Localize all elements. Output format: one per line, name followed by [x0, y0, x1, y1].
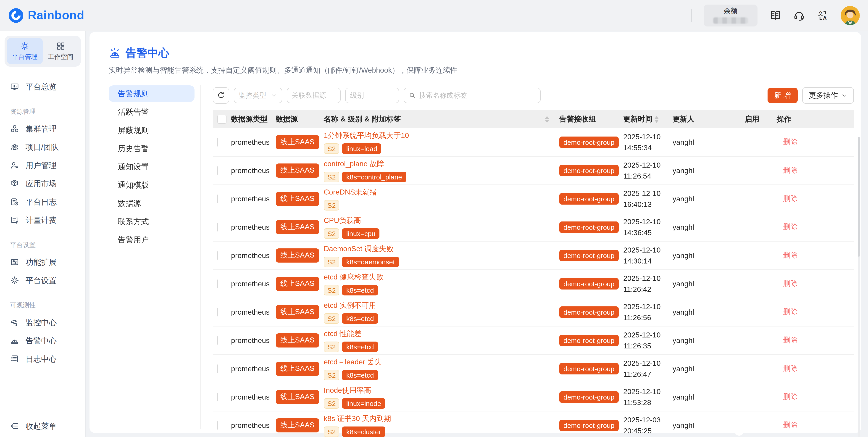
refresh-button[interactable] — [213, 87, 229, 104]
col-source: 数据源 — [272, 114, 320, 124]
extension-icon — [10, 257, 19, 267]
sort-icon[interactable] — [545, 116, 549, 123]
rule-name-link[interactable]: 1分钟系统平均负载大于10 — [324, 131, 409, 141]
sidebar-item-alarm[interactable]: 告警中心 — [0, 332, 85, 350]
alert-nav-item-2[interactable]: 屏蔽规则 — [109, 122, 194, 138]
sidebar-item-gear[interactable]: 平台设置 — [0, 271, 85, 289]
level-input[interactable]: 级别 — [345, 88, 399, 103]
updated-time: 2025-12-10 11:26:56 — [620, 301, 669, 323]
add-button[interactable]: 新 增 — [767, 88, 798, 103]
datasource-input[interactable]: 关联数据源 — [287, 88, 341, 103]
row-checkbox[interactable] — [217, 279, 218, 288]
datasource-type: prometheus — [227, 421, 272, 430]
sort-icon[interactable] — [654, 116, 659, 123]
sidebar-item-log[interactable]: 平台日志 — [0, 193, 85, 211]
delete-link[interactable]: 删除 — [777, 194, 798, 202]
gear-icon — [10, 276, 19, 285]
sidebar-tab-grid[interactable]: 工作空间 — [43, 38, 79, 64]
datasource-badge: 线上SAAS — [276, 333, 319, 347]
updater: yanghl — [669, 223, 741, 231]
receiver-group-badge: demo-root-group — [559, 335, 618, 346]
alarm-icon — [10, 336, 19, 345]
alert-center-card: 告警中心 实时异常检测与智能告警系统，支持自定义阈值规则、多通道通知（邮件/钉钉… — [90, 32, 861, 433]
sidebar-group-title: 可观测性 — [0, 301, 85, 310]
delete-link[interactable]: 删除 — [777, 279, 798, 287]
sidebar-item-extension[interactable]: 功能扩展 — [0, 253, 85, 271]
severity-chip: S2 — [324, 143, 339, 154]
row-checkbox[interactable] — [217, 308, 218, 316]
refresh-icon — [217, 91, 225, 99]
row-checkbox[interactable] — [217, 166, 218, 175]
row-checkbox[interactable] — [217, 364, 218, 373]
alert-nav-item-3[interactable]: 历史告警 — [109, 140, 194, 157]
alert-nav-item-8[interactable]: 告警用户 — [109, 231, 194, 248]
row-checkbox[interactable] — [217, 421, 218, 430]
delete-link[interactable]: 删除 — [777, 166, 798, 174]
sidebar-item-logcenter[interactable]: 日志中心 — [0, 350, 85, 368]
row-checkbox[interactable] — [217, 336, 218, 345]
rule-name-link[interactable]: k8s 证书30 天内到期 — [324, 414, 391, 424]
rule-name-link[interactable]: DaemonSet 调度失败 — [324, 244, 394, 254]
alert-nav-item-7[interactable]: 联系方式 — [109, 213, 194, 230]
sidebar-item-camera[interactable]: 监控中心 — [0, 313, 85, 332]
row-checkbox[interactable] — [217, 138, 218, 146]
delete-link[interactable]: 删除 — [777, 365, 798, 372]
delete-link[interactable]: 删除 — [777, 393, 798, 401]
rule-name-link[interactable]: etcd－leader 丢失 — [324, 357, 382, 367]
page-title: 告警中心 — [126, 46, 169, 60]
rule-name-link[interactable]: etcd 性能差 — [324, 329, 362, 339]
delete-link[interactable]: 删除 — [777, 138, 798, 146]
scrollbar[interactable] — [858, 137, 860, 437]
alert-nav-item-5[interactable]: 通知模版 — [109, 177, 194, 193]
row-checkbox[interactable] — [217, 223, 218, 231]
row-checkbox[interactable] — [217, 194, 218, 203]
rainbond-logo[interactable]: Rainbond — [8, 7, 85, 23]
more-actions-button[interactable]: 更多操作 — [802, 87, 854, 104]
alert-nav-item-4[interactable]: 通知设置 — [109, 158, 194, 175]
alert-nav-item-0[interactable]: 告警规则 — [109, 85, 194, 102]
sidebar-tab-gear[interactable]: 平台管理 — [7, 38, 43, 64]
alert-nav-item-1[interactable]: 活跃告警 — [109, 104, 194, 120]
datasource-type: prometheus — [227, 393, 272, 401]
user-avatar[interactable] — [841, 6, 860, 25]
support-icon[interactable] — [793, 9, 805, 21]
col-group: 告警接收组 — [556, 114, 620, 124]
docs-icon[interactable] — [769, 9, 781, 21]
table-row: prometheus 线上SAAS etcd 实例不可用 S2 k8s=etcd… — [213, 298, 854, 326]
updated-time: 2025-12-10 11:26:35 — [620, 330, 669, 351]
cluster-icon — [10, 124, 19, 133]
sidebar-item-billing[interactable]: 计量计费 — [0, 211, 85, 229]
rule-name-link[interactable]: control_plane 故障 — [324, 159, 384, 169]
sidebar-item-cluster[interactable]: 集群管理 — [0, 120, 85, 138]
alert-nav-item-6[interactable]: 数据源 — [109, 195, 194, 211]
sidebar-item-team[interactable]: 项目/团队 — [0, 138, 85, 156]
search-input[interactable]: 搜索名称或标签 — [404, 88, 540, 103]
table-body: prometheus 线上SAAS 1分钟系统平均负载大于10 S2 linux… — [213, 128, 854, 437]
receiver-group-badge: demo-root-group — [559, 278, 618, 289]
delete-link[interactable]: 删除 — [777, 336, 798, 344]
delete-link[interactable]: 删除 — [777, 223, 798, 230]
delete-link[interactable]: 删除 — [777, 251, 798, 259]
rule-name-link[interactable]: CoreDNS未就绪 — [324, 187, 377, 197]
delete-link[interactable]: 删除 — [777, 308, 798, 315]
datasource-type: prometheus — [227, 251, 272, 259]
updated-time: 2025-12-10 16:40:13 — [620, 188, 669, 210]
severity-chip: S2 — [324, 200, 339, 210]
sidebar-item-monitor[interactable]: 平台总览 — [0, 77, 85, 96]
sidebar-item-market[interactable]: 应用市场 — [0, 175, 85, 193]
rule-name-link[interactable]: Inode使用率高 — [324, 386, 371, 395]
select-all-checkbox[interactable] — [217, 115, 226, 124]
collapse-menu-button[interactable]: 收起菜单 — [0, 417, 95, 435]
camera-icon — [10, 318, 19, 327]
row-checkbox[interactable] — [217, 251, 218, 259]
updated-time: 2025-12-10 11:53:28 — [620, 386, 669, 408]
rule-name-link[interactable]: etcd 实例不可用 — [324, 301, 376, 310]
rule-name-link[interactable]: CPU负载高 — [324, 216, 361, 225]
language-icon[interactable]: 文 A — [817, 9, 829, 21]
monitor-type-select[interactable]: 监控类型 — [234, 88, 282, 103]
rule-name-link[interactable]: etcd 健康检查失败 — [324, 272, 383, 282]
delete-link[interactable]: 删除 — [777, 421, 798, 429]
row-checkbox[interactable] — [217, 393, 218, 401]
sidebar-item-user[interactable]: 用户管理 — [0, 156, 85, 175]
receiver-group-badge: demo-root-group — [559, 193, 618, 205]
